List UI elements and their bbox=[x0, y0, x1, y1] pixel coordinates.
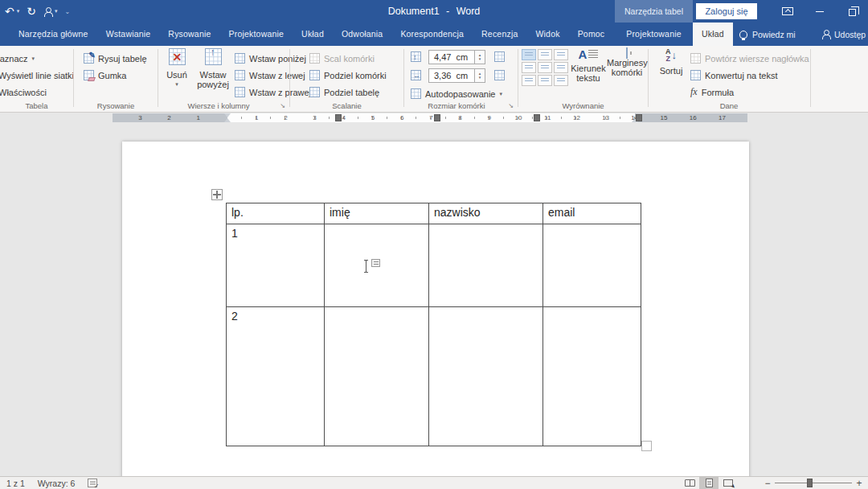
ribbon-display-options-button[interactable] bbox=[772, 0, 804, 23]
align-top-right-button[interactable] bbox=[554, 49, 568, 60]
left-indent-marker[interactable] bbox=[224, 118, 231, 122]
text-direction-button[interactable]: A Kierunek tekstu bbox=[570, 48, 607, 83]
group-rysowanie: ✎ Rysuj tabelę Gumka Rysowanie bbox=[74, 46, 158, 113]
page-indicator[interactable]: 1 z 1 bbox=[6, 479, 25, 488]
tell-me-control[interactable]: Powiedz mi bbox=[739, 23, 796, 46]
spin-down-icon[interactable]: ▾ bbox=[479, 57, 481, 61]
tab-korespondencja[interactable]: Korespondencja bbox=[391, 23, 473, 46]
zoom-out-button[interactable]: − bbox=[762, 478, 773, 489]
restore-button[interactable] bbox=[836, 0, 868, 23]
tab-widok[interactable]: Widok bbox=[526, 23, 568, 46]
tab-narzedzia-glowne[interactable]: Narzędzia główne bbox=[10, 23, 97, 46]
proofing-status-icon[interactable] bbox=[88, 479, 97, 487]
empty-cell[interactable] bbox=[429, 224, 543, 307]
ruler-column-marker[interactable] bbox=[335, 114, 342, 121]
align-bottom-center-button[interactable] bbox=[538, 75, 552, 86]
dialog-launcher-icon[interactable]: ↘ bbox=[280, 103, 285, 109]
empty-cell[interactable] bbox=[543, 307, 641, 446]
align-center-right-button[interactable] bbox=[554, 62, 568, 73]
ruler-column-marker[interactable] bbox=[636, 114, 642, 121]
split-table-item[interactable]: Podziel tabelę bbox=[309, 84, 403, 101]
web-layout-button[interactable] bbox=[719, 477, 738, 489]
empty-cell[interactable] bbox=[429, 307, 543, 446]
empty-cell[interactable] bbox=[325, 307, 429, 446]
row-number-cell[interactable]: 2 bbox=[227, 307, 325, 446]
row-height-field[interactable]: 4,47cm bbox=[428, 50, 475, 64]
read-mode-button[interactable] bbox=[680, 477, 699, 489]
zoom-slider-thumb[interactable] bbox=[807, 479, 813, 487]
ribbon-tabs: Narzędzia główne Wstawianie Rysowanie Pr… bbox=[10, 23, 613, 46]
align-bottom-right-button[interactable] bbox=[554, 75, 568, 86]
row-height-spinner[interactable]: 4,47cm ▴ ▾ bbox=[428, 50, 485, 64]
share-control[interactable]: Udostęp bbox=[821, 23, 866, 46]
distribute-columns-icon[interactable] bbox=[494, 70, 505, 80]
merge-cells-icon bbox=[309, 53, 320, 64]
dropdown-icon: ▾ bbox=[162, 80, 191, 89]
tab-odwolania[interactable]: Odwołania bbox=[333, 23, 391, 46]
split-cells-icon bbox=[309, 70, 320, 80]
ruler-column-marker[interactable] bbox=[434, 114, 440, 121]
spin-down-icon[interactable]: ▾ bbox=[479, 76, 481, 80]
draw-table-item[interactable]: ✎ Rysuj tabelę bbox=[84, 50, 158, 67]
table-move-handle-icon[interactable] bbox=[211, 189, 223, 200]
align-center-left-button[interactable] bbox=[522, 62, 536, 73]
document-table[interactable]: lp. imię nazwisko email 1 2 bbox=[226, 203, 641, 446]
split-cells-item[interactable]: Podziel komórki bbox=[309, 67, 403, 84]
row-number-cell[interactable]: 1 bbox=[227, 224, 325, 307]
table-properties-item[interactable]: Właściwości bbox=[0, 84, 73, 101]
eraser-item[interactable]: Gumka bbox=[84, 67, 158, 84]
table-row: 1 bbox=[227, 224, 641, 307]
autofit-item[interactable]: Autodopasowanie ▾ bbox=[411, 85, 502, 102]
ruler-column-marker[interactable] bbox=[534, 114, 540, 121]
select-menu-item[interactable]: Zaznacz▾ bbox=[0, 50, 73, 67]
table-row: 2 bbox=[227, 307, 641, 446]
tab-projektowanie[interactable]: Projektowanie bbox=[220, 23, 293, 46]
spinner-arrows[interactable]: ▴ ▾ bbox=[475, 50, 485, 64]
insert-above-button[interactable]: ↑ Wstaw powyżej bbox=[194, 48, 232, 89]
print-layout-button[interactable] bbox=[699, 477, 719, 489]
tab-wstawianie[interactable]: Wstawianie bbox=[97, 23, 160, 46]
tab-rysowanie[interactable]: Rysowanie bbox=[159, 23, 219, 46]
empty-cell[interactable] bbox=[543, 224, 641, 307]
word-window: ↶▾ ↻ ▾ ⌄ Dokument1 - Word Narzędzia tabe… bbox=[0, 0, 868, 489]
ruler-number: 8 bbox=[458, 114, 461, 121]
zoom-in-button[interactable]: + bbox=[854, 478, 865, 489]
group-dane: AZ ↓ Sortuj Powtórz wiersze nagłówka Kon… bbox=[649, 46, 809, 113]
group-wiersze-i-kolumny: ✕ Usuń ▾ ↑ Wstaw powyżej Wstaw poniżej W… bbox=[158, 46, 289, 113]
distribute-rows-icon[interactable] bbox=[494, 51, 505, 62]
header-cell-nazwisko[interactable]: nazwisko bbox=[429, 203, 543, 224]
header-cell-imie[interactable]: imię bbox=[325, 203, 429, 224]
sign-in-button[interactable]: Zaloguj się bbox=[696, 3, 757, 19]
group-label-wyrownanie: Wyrównanie bbox=[518, 101, 648, 110]
align-top-left-button[interactable] bbox=[522, 49, 536, 60]
header-cell-email[interactable]: email bbox=[543, 203, 641, 224]
dialog-launcher-icon[interactable]: ↘ bbox=[508, 103, 514, 109]
first-line-indent-marker[interactable] bbox=[224, 113, 231, 117]
cell-margins-button[interactable]: Marginesy komórki bbox=[607, 48, 647, 77]
ruler-number: 2 bbox=[284, 114, 287, 121]
tab-table-uklad-active[interactable]: Układ bbox=[693, 23, 733, 46]
formula-item[interactable]: fx Formuła bbox=[690, 84, 809, 101]
tab-pomoc[interactable]: Pomoc bbox=[569, 23, 614, 46]
tab-uklad[interactable]: Układ bbox=[293, 23, 333, 46]
table-resize-handle[interactable] bbox=[641, 441, 652, 451]
align-bottom-left-button[interactable] bbox=[522, 75, 536, 86]
sort-button[interactable]: AZ ↓ Sortuj bbox=[656, 48, 686, 76]
ruler-number: 4 bbox=[342, 114, 346, 121]
align-top-center-button[interactable] bbox=[538, 49, 552, 60]
tab-table-projektowanie[interactable]: Projektowanie bbox=[615, 23, 693, 46]
column-width-spinner[interactable]: 3,36cm ▴ ▾ bbox=[428, 68, 485, 83]
header-cell-lp[interactable]: lp. bbox=[227, 203, 325, 224]
align-center-button[interactable] bbox=[538, 62, 552, 73]
column-width-field[interactable]: 3,36cm bbox=[428, 68, 475, 83]
delete-button[interactable]: ✕ Usuń ▾ bbox=[162, 48, 191, 89]
spinner-arrows[interactable]: ▴ ▾ bbox=[475, 68, 485, 83]
horizontal-ruler[interactable]: 3211234567891011121314151617 bbox=[113, 113, 747, 122]
minimize-button[interactable] bbox=[804, 0, 836, 23]
word-count[interactable]: Wyrazy: 6 bbox=[38, 479, 76, 488]
convert-to-text-item[interactable]: Konwertuj na tekst bbox=[690, 67, 809, 84]
view-gridlines-item[interactable]: Wyświetl linie siatki bbox=[0, 67, 73, 84]
tab-recenzja[interactable]: Recenzja bbox=[473, 23, 526, 46]
page[interactable]: lp. imię nazwisko email 1 2 bbox=[122, 142, 749, 476]
zoom-slider[interactable] bbox=[775, 477, 852, 489]
